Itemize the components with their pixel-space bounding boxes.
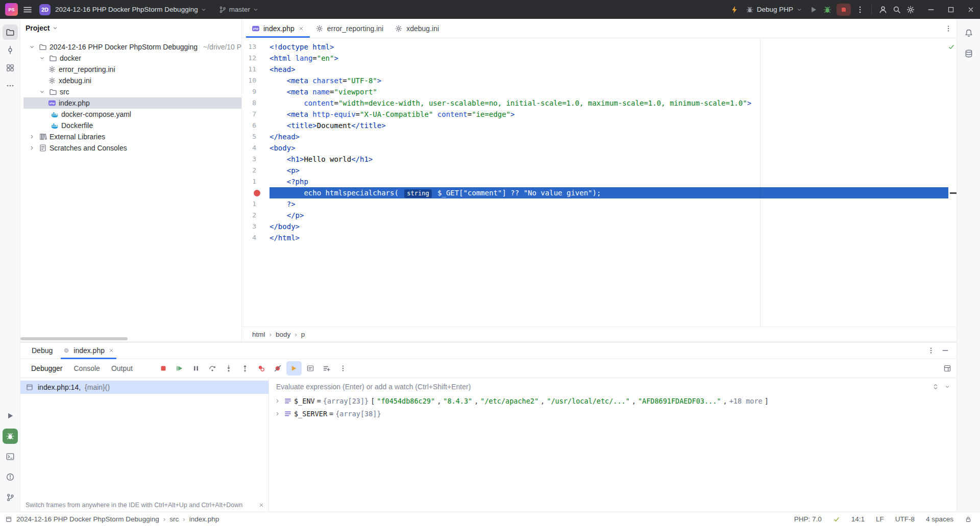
pause-button[interactable] — [188, 361, 204, 375]
evaluate-expression-input[interactable]: Evaluate expression (Enter) or add a wat… — [269, 379, 957, 394]
code-line[interactable]: 5</head> — [242, 131, 948, 142]
code-line[interactable]: 11<head> — [242, 64, 948, 75]
database-tool-icon[interactable] — [961, 46, 976, 61]
horizontal-scrollbar[interactable] — [20, 337, 128, 340]
project-tree-item[interactable]: error_reporting.ini — [23, 64, 241, 75]
debug-tab-Debug[interactable]: Debug — [27, 342, 58, 359]
minimize-window-icon[interactable] — [927, 6, 935, 14]
encoding-widget[interactable]: UTF-8 — [895, 515, 915, 523]
breadcrumb-item[interactable]: html — [252, 331, 265, 338]
step-over-button[interactable] — [205, 361, 220, 375]
project-selector[interactable]: 2024-12-16 PHP Docker PhpStorm Debugging — [55, 6, 207, 13]
caret-position-widget[interactable]: 14:1 — [851, 515, 865, 523]
project-tree-item[interactable]: docker-compose.yaml — [23, 109, 241, 120]
show-execution-point-button[interactable] — [286, 361, 302, 375]
view-tab-debugger[interactable]: Debugger — [26, 359, 68, 378]
layout-settings-icon[interactable] — [943, 364, 951, 372]
xdebug-status-icon[interactable] — [833, 516, 840, 523]
code-line[interactable]: 7 <meta http-equiv="X-UA-Compatible" con… — [242, 109, 948, 120]
line-number-gutter[interactable]: 10 — [242, 75, 270, 86]
variable-row[interactable]: $_SERVER = {array[38]} — [269, 407, 957, 420]
project-tree-item[interactable]: xdebug.ini — [23, 75, 241, 86]
evaluate-expression-button[interactable] — [303, 361, 318, 375]
main-menu-icon[interactable] — [22, 5, 33, 15]
more-actions-icon[interactable] — [855, 5, 865, 14]
line-number-gutter[interactable]: 13 — [242, 41, 270, 53]
line-number-gutter[interactable]: 3 — [242, 154, 270, 165]
close-tab-icon[interactable] — [108, 347, 114, 354]
hide-tool-window-icon[interactable] — [941, 346, 949, 355]
line-number-gutter[interactable]: 3 — [242, 221, 270, 232]
code-line[interactable]: 12<html lang="en"> — [242, 53, 948, 64]
line-number-gutter[interactable]: 5 — [242, 131, 270, 142]
structure-tool-icon[interactable] — [3, 60, 18, 76]
view-tab-output[interactable]: Output — [106, 359, 138, 378]
status-breadcrumb-item[interactable]: src — [169, 515, 179, 523]
code-view[interactable]: 13<!doctype html>12<html lang="en">11<he… — [242, 41, 948, 243]
search-everywhere-icon[interactable] — [892, 5, 901, 14]
project-tree-item[interactable]: Scratches and Consoles — [23, 142, 241, 154]
breadcrumb-item[interactable]: p — [301, 331, 305, 338]
variable-row[interactable]: $_ENV = {array[23]} ["f0454db86c29", "8.… — [269, 394, 957, 407]
code-line[interactable]: 6 <title>Document</title> — [242, 120, 948, 131]
chevron-right-icon[interactable] — [273, 398, 282, 404]
code-line[interactable]: 2 </p> — [242, 210, 948, 221]
stop-button[interactable] — [837, 4, 851, 16]
line-number-gutter[interactable]: 6 — [242, 120, 270, 131]
resume-button[interactable] — [172, 361, 187, 375]
line-number-gutter[interactable]: 11 — [242, 64, 270, 75]
commit-tool-icon[interactable] — [3, 42, 18, 58]
expand-icon[interactable] — [932, 383, 939, 390]
user-account-icon[interactable] — [878, 5, 888, 14]
project-tree-item[interactable]: 2024-12-16 PHP Docker PhpStorm Debugging… — [23, 41, 241, 53]
close-hint-icon[interactable] — [258, 502, 264, 508]
code-line[interactable]: 8 content="width=device-width, user-scal… — [242, 97, 948, 109]
code-line[interactable]: 4<body> — [242, 142, 948, 154]
chevron-right-icon[interactable] — [273, 411, 282, 417]
step-out-button[interactable] — [237, 361, 253, 375]
editor-tab-xdebug-ini[interactable]: xdebug.ini — [389, 19, 445, 38]
status-breadcrumb-item[interactable]: index.php — [189, 515, 219, 523]
line-number-gutter[interactable]: 4 — [242, 142, 270, 154]
project-tree-item[interactable]: External Libraries — [23, 131, 241, 142]
execution-line[interactable]: echo htmlspecialchars( string $_GET["com… — [242, 187, 948, 198]
code-line[interactable]: 10 <meta charset="UTF-8"> — [242, 75, 948, 86]
debug-button[interactable] — [823, 5, 832, 14]
stack-frame-row[interactable]: index.php:14, {main}() — [20, 381, 268, 394]
line-number-gutter[interactable]: 9 — [242, 86, 270, 97]
code-line[interactable]: 9 <meta name="viewport" — [242, 86, 948, 97]
debug-more-button[interactable] — [335, 361, 351, 375]
chevron-down-icon[interactable] — [944, 384, 950, 390]
editor-tabs-more-icon[interactable] — [944, 24, 952, 33]
mute-breakpoints-button[interactable] — [270, 361, 285, 375]
php-version-widget[interactable]: PHP: 7.0 — [794, 515, 822, 523]
debug-tab-index-php[interactable]: index.php — [58, 342, 119, 359]
problems-tool-icon[interactable] — [3, 469, 18, 485]
line-number-gutter[interactable]: 8 — [242, 97, 270, 109]
run-button[interactable] — [809, 5, 818, 14]
breakpoint-icon[interactable] — [254, 190, 260, 196]
line-number-gutter[interactable]: 2 — [242, 210, 270, 221]
version-control-tool-icon[interactable] — [3, 490, 18, 505]
stop-button[interactable] — [156, 361, 171, 375]
close-tab-icon[interactable] — [298, 26, 304, 32]
branch-selector[interactable]: master — [218, 6, 259, 14]
line-number-gutter[interactable] — [242, 187, 270, 198]
notifications-icon[interactable] — [961, 26, 976, 41]
indent-widget[interactable]: 4 spaces — [926, 515, 953, 523]
code-line[interactable]: 1 <?php — [242, 176, 948, 187]
line-number-gutter[interactable]: 4 — [242, 232, 270, 243]
project-tree-item[interactable]: phpindex.php — [23, 97, 241, 109]
bolt-icon[interactable] — [730, 5, 739, 14]
project-tree-item[interactable]: docker — [23, 53, 241, 64]
project-panel-header[interactable]: Project — [20, 19, 241, 37]
step-into-button[interactable] — [221, 361, 236, 375]
code-line[interactable]: 2 <p> — [242, 165, 948, 176]
terminal-tool-icon[interactable] — [3, 449, 18, 464]
project-tree-item[interactable]: Dockerfile — [23, 120, 241, 131]
status-breadcrumb-item[interactable]: 2024-12-16 PHP Docker PhpStorm Debugging — [16, 515, 159, 523]
line-number-gutter[interactable]: 1 — [242, 176, 270, 187]
run-config-selector[interactable]: Debug PHP — [746, 6, 802, 14]
code-line[interactable]: 3</body> — [242, 221, 948, 232]
debug-tool-icon[interactable] — [3, 429, 18, 444]
